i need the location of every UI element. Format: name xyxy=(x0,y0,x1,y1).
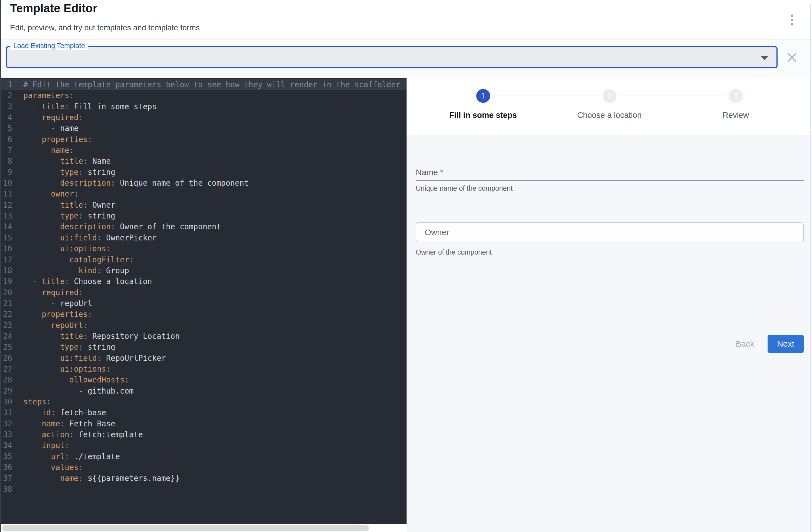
stepper: 1 Fill in some steps 2 Choose a location… xyxy=(420,78,799,135)
editor-hscrollbar-track[interactable] xyxy=(0,524,407,532)
load-template-select[interactable] xyxy=(6,46,778,68)
code-line[interactable]: 23 repoUrl: xyxy=(0,320,407,331)
code-line[interactable]: 18 kind: Group xyxy=(0,265,407,276)
kebab-menu-icon[interactable] xyxy=(783,11,801,29)
code-line[interactable]: 19 - title: Choose a location xyxy=(0,276,407,287)
form-buttons: Back Next xyxy=(416,335,804,353)
page-title: Template Editor xyxy=(10,2,97,15)
code-line[interactable]: 16 ui:options: xyxy=(0,243,407,254)
step-fill-in-some-steps: 1 Fill in some steps xyxy=(420,89,546,120)
code-line[interactable]: 17 catalogFilter: xyxy=(0,254,407,265)
owner-field[interactable] xyxy=(416,222,804,242)
back-button[interactable]: Back xyxy=(728,335,762,353)
kebab-dot xyxy=(791,19,793,22)
code-line[interactable]: 22 properties: xyxy=(0,309,407,320)
code-line[interactable]: 14 description: Owner of the component xyxy=(0,221,407,232)
code-line[interactable]: 12 title: Owner xyxy=(0,199,407,210)
step-1-label: Fill in some steps xyxy=(449,111,517,120)
code-line[interactable]: 21 - repoUrl xyxy=(0,298,407,309)
code-line[interactable]: 1# Edit the template parameters below to… xyxy=(0,79,407,90)
code-line[interactable]: 2parameters: xyxy=(0,90,407,101)
yaml-code-editor[interactable]: 1# Edit the template parameters below to… xyxy=(0,78,407,524)
code-line[interactable]: 26 ui:field: RepoUrlPicker xyxy=(0,353,407,364)
code-line[interactable]: 8 title: Name xyxy=(0,156,407,167)
code-line[interactable]: 25 type: string xyxy=(0,341,407,352)
code-line[interactable]: 33 action: fetch:template xyxy=(0,429,407,440)
code-line[interactable]: 36 values: xyxy=(0,462,407,473)
code-line[interactable]: 7 name: xyxy=(0,145,407,156)
step-3-circle: 3 xyxy=(729,89,743,103)
code-line[interactable]: 37 name: ${{parameters.name}} xyxy=(0,473,407,484)
window-left-border xyxy=(0,0,1,532)
code-line[interactable]: 9 type: string xyxy=(0,167,407,178)
owner-input[interactable] xyxy=(424,227,795,237)
step-1-circle: 1 xyxy=(476,89,490,103)
code-line[interactable]: 24 title: Repository Location xyxy=(0,331,407,341)
code-line[interactable]: 6 properties: xyxy=(0,134,407,145)
code-line[interactable]: 3 - title: Fill in some steps xyxy=(0,101,407,112)
editor-hscrollbar-thumb[interactable] xyxy=(2,525,369,531)
code-line[interactable]: 34 input: xyxy=(0,440,407,451)
kebab-dot xyxy=(791,23,793,26)
step-2-label: Choose a location xyxy=(577,111,641,120)
code-line[interactable]: 35 url: ./template xyxy=(0,451,407,462)
code-line[interactable]: 30steps: xyxy=(0,396,407,407)
page-vscrollbar-track[interactable] xyxy=(810,4,811,532)
step-review: 3 Review xyxy=(672,89,799,120)
code-line[interactable]: 27 ui:options: xyxy=(0,364,407,374)
code-lines: 1# Edit the template parameters below to… xyxy=(0,78,407,495)
code-line[interactable]: 11 owner: xyxy=(0,188,407,199)
page-subtitle: Edit, preview, and try out templates and… xyxy=(10,23,200,32)
owner-helper-text: Owner of the component xyxy=(416,248,492,256)
code-line[interactable]: 5 - name xyxy=(0,123,407,134)
code-line[interactable]: 15 ui:field: OwnerPicker xyxy=(0,233,407,243)
chevron-down-icon xyxy=(761,56,768,60)
code-line[interactable]: 29 - github.com xyxy=(0,386,407,396)
step-2-circle: 2 xyxy=(603,89,617,103)
close-icon[interactable] xyxy=(784,50,800,66)
name-input[interactable] xyxy=(416,165,805,180)
step-choose-a-location: 2 Choose a location xyxy=(546,89,672,120)
load-template-row: Load Existing Template xyxy=(0,40,812,78)
code-line[interactable]: 4 required: xyxy=(0,112,407,123)
load-template-label: Load Existing Template xyxy=(10,42,88,50)
header: Template Editor Edit, preview, and try o… xyxy=(0,0,812,40)
next-button[interactable]: Next xyxy=(768,335,804,353)
preview-panel: 1 Fill in some steps 2 Choose a location… xyxy=(407,78,812,532)
name-input-underline xyxy=(416,180,804,181)
form-background xyxy=(407,135,812,532)
code-line[interactable]: 38 xyxy=(0,484,407,495)
code-line[interactable]: 20 required: xyxy=(0,287,407,298)
step-3-label: Review xyxy=(723,111,749,120)
template-editor-page: Template Editor Edit, preview, and try o… xyxy=(0,0,812,532)
code-line[interactable]: 13 type: string xyxy=(0,210,407,221)
kebab-dot xyxy=(791,14,793,17)
code-line[interactable]: 31 - id: fetch-base xyxy=(0,407,407,418)
code-line[interactable]: 10 description: Unique name of the compo… xyxy=(0,178,407,188)
code-line[interactable]: 32 name: Fetch Base xyxy=(0,418,407,429)
code-line[interactable]: 28 allowedHosts: xyxy=(0,374,407,385)
name-helper-text: Unique name of the component xyxy=(416,184,513,192)
